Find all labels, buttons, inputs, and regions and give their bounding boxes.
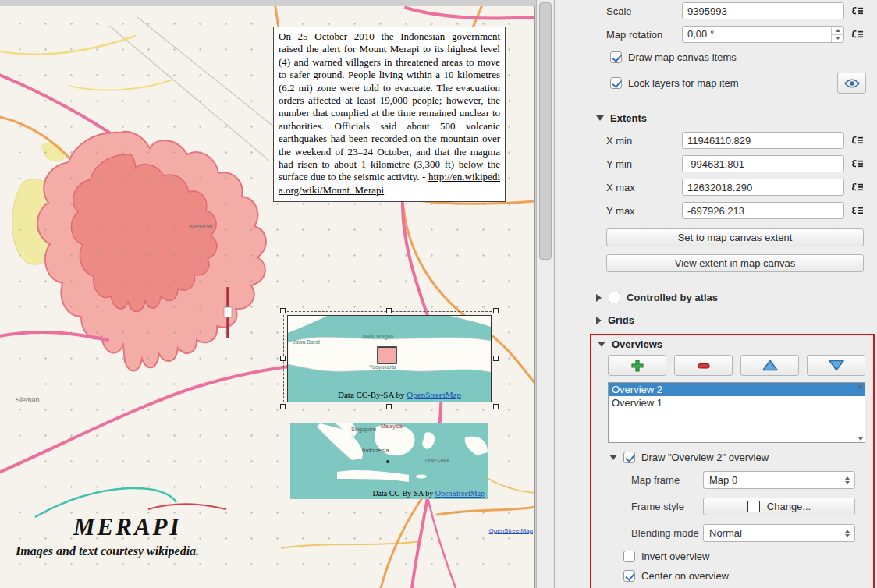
data-defined-override-icon[interactable] bbox=[847, 133, 866, 147]
view-extent-in-map-canvas-button[interactable]: View extent in map canvas bbox=[606, 254, 864, 272]
move-overview-down-button[interactable] bbox=[807, 355, 865, 376]
annotation-text-item[interactable]: On 25 October 2010 the Indonesian govern… bbox=[273, 27, 506, 202]
add-overview-button[interactable] bbox=[608, 355, 666, 376]
ymax-label: Y max bbox=[606, 205, 682, 217]
osm-edge-credit: OpenStreetMap bbox=[489, 527, 533, 534]
draw-canvas-items-checkbox[interactable] bbox=[610, 51, 622, 63]
rotation-label: Map rotation bbox=[606, 29, 682, 41]
overview-map-1: Jawa Barat Jawa Tengah Yogyakarta Data C… bbox=[287, 315, 492, 402]
composition-canvas: Sleman Kemiran On 25 October 2010 the In… bbox=[0, 0, 554, 588]
scrollbar-thumb[interactable] bbox=[539, 2, 552, 260]
blending-mode-combo[interactable]: Normal bbox=[703, 524, 855, 542]
map-title[interactable]: MERAPI bbox=[73, 513, 182, 541]
arrow-up-icon bbox=[762, 360, 778, 371]
selection-handle[interactable] bbox=[386, 308, 392, 313]
collapse-triangle-icon[interactable] bbox=[609, 455, 617, 460]
selection-handle[interactable] bbox=[280, 356, 286, 361]
openstreetmap-link[interactable]: OpenStreetMap bbox=[435, 489, 485, 498]
collapse-triangle-icon[interactable] bbox=[598, 342, 605, 347]
selection-handle[interactable] bbox=[280, 308, 286, 313]
osm-credit: Data CC-By-SA by OpenStreetMap bbox=[372, 489, 485, 498]
data-defined-override-icon[interactable] bbox=[847, 4, 866, 18]
blending-mode-label: Blending mode bbox=[631, 527, 703, 539]
invert-overview-label: Invert overview bbox=[641, 551, 709, 562]
scale-label: Scale bbox=[606, 5, 682, 17]
place-label: Kemiran bbox=[190, 223, 213, 230]
data-defined-override-icon[interactable] bbox=[847, 204, 866, 218]
ymax-input[interactable] bbox=[682, 202, 844, 219]
java-map-graphic bbox=[288, 316, 491, 402]
region-label: Jawa Barat bbox=[293, 339, 320, 345]
data-defined-override-icon[interactable] bbox=[847, 157, 866, 171]
move-overview-up-button[interactable] bbox=[740, 355, 799, 376]
selection-handle[interactable] bbox=[493, 308, 499, 313]
overviews-list: Overview 2 Overview 1 bbox=[608, 382, 865, 443]
data-defined-override-icon[interactable] bbox=[847, 27, 866, 41]
combo-arrows-icon bbox=[842, 476, 854, 484]
invert-overview-checkbox[interactable] bbox=[623, 551, 635, 562]
grids-section-title: Grids bbox=[608, 314, 634, 326]
list-item-overview-2[interactable]: Overview 2 bbox=[609, 383, 865, 396]
layer-visibility-preset-button[interactable] bbox=[837, 73, 866, 94]
qgis-composer-window: Sleman Kemiran On 25 October 2010 the In… bbox=[0, 0, 877, 588]
map-subtitle[interactable]: Images and text courtesy wikipedia. bbox=[16, 544, 199, 558]
indonesia-map-graphic bbox=[290, 423, 488, 499]
ymin-label: Y min bbox=[606, 158, 682, 170]
item-properties-panel: Scale Map rotation 0,00 ° Draw map bbox=[554, 0, 877, 588]
selection-handle[interactable] bbox=[386, 404, 392, 409]
extents-section-title: Extents bbox=[610, 112, 647, 124]
list-item-overview-1[interactable]: Overview 1 bbox=[609, 396, 865, 409]
country-label: Singapore bbox=[351, 427, 376, 432]
overview-map-item-selected[interactable]: Jawa Barat Jawa Tengah Yogyakarta Data C… bbox=[287, 315, 492, 402]
country-label: Malaysia bbox=[381, 423, 403, 429]
spin-down-button[interactable] bbox=[832, 34, 843, 43]
list-scrollbar[interactable] bbox=[857, 383, 865, 442]
overviews-section-highlight: Overviews Overview 2 Overview 1 bbox=[590, 334, 875, 588]
plus-icon bbox=[630, 359, 644, 373]
xmin-input[interactable] bbox=[682, 132, 844, 149]
data-defined-override-icon[interactable] bbox=[847, 180, 866, 194]
selection-handle[interactable] bbox=[280, 404, 286, 409]
map-frame-value: Map 0 bbox=[709, 474, 842, 486]
center-on-overview-label: Center on overview bbox=[641, 570, 729, 582]
country-label: Timor-Leste bbox=[424, 458, 449, 462]
change-button-label: Change... bbox=[767, 501, 811, 512]
blending-mode-value: Normal bbox=[709, 527, 842, 539]
canvas-vertical-scrollbar[interactable] bbox=[536, 0, 554, 588]
minus-icon bbox=[697, 359, 711, 373]
frame-style-swatch bbox=[747, 501, 760, 512]
selection-handle[interactable] bbox=[493, 404, 499, 409]
map-frame-combo[interactable]: Map 0 bbox=[703, 471, 855, 489]
country-label: Indonesia bbox=[362, 447, 389, 454]
region-label: Yogyakarta bbox=[369, 364, 396, 370]
remove-overview-button[interactable] bbox=[674, 355, 733, 376]
extent-indicator-rect bbox=[378, 347, 396, 363]
change-frame-style-button[interactable]: Change... bbox=[703, 498, 855, 515]
rotation-spinbox[interactable]: 0,00 ° bbox=[682, 26, 844, 43]
lock-layers-checkbox[interactable] bbox=[610, 77, 622, 89]
place-label: Sleman bbox=[16, 396, 40, 404]
expand-triangle-icon[interactable] bbox=[596, 317, 602, 324]
overview-map-item-2[interactable]: Singapore Malaysia Indonesia Timor-Leste… bbox=[290, 423, 488, 499]
set-to-map-canvas-extent-button[interactable]: Set to map canvas extent bbox=[606, 228, 864, 246]
xmax-input[interactable] bbox=[682, 179, 844, 196]
spin-up-button[interactable] bbox=[832, 27, 843, 34]
composer-page: Sleman Kemiran On 25 October 2010 the In… bbox=[0, 6, 535, 588]
controlled-by-atlas-checkbox[interactable] bbox=[609, 292, 620, 303]
controlled-by-atlas-label: Controlled by atlas bbox=[627, 292, 718, 303]
ymin-input[interactable] bbox=[682, 155, 844, 172]
selection-handle[interactable] bbox=[493, 356, 499, 361]
scale-input[interactable] bbox=[682, 2, 844, 19]
collapse-triangle-icon[interactable] bbox=[596, 115, 604, 121]
scroll-down-icon[interactable] bbox=[858, 437, 863, 441]
draw-overview-checkbox[interactable] bbox=[623, 452, 635, 463]
draw-overview-label: Draw "Overview 2" overview bbox=[641, 452, 769, 463]
center-on-overview-checkbox[interactable] bbox=[623, 570, 635, 582]
annotation-text: On 25 October 2010 the Indonesian govern… bbox=[279, 30, 500, 182]
osm-credit: Data CC-By-SA by OpenStreetMap bbox=[338, 390, 461, 399]
scroll-up-icon[interactable] bbox=[858, 384, 863, 388]
overviews-section-title: Overviews bbox=[612, 338, 662, 350]
openstreetmap-link[interactable]: OpenStreetMap bbox=[407, 390, 461, 399]
expand-triangle-icon[interactable] bbox=[596, 294, 602, 302]
region-label: Jawa Tengah bbox=[361, 334, 393, 339]
